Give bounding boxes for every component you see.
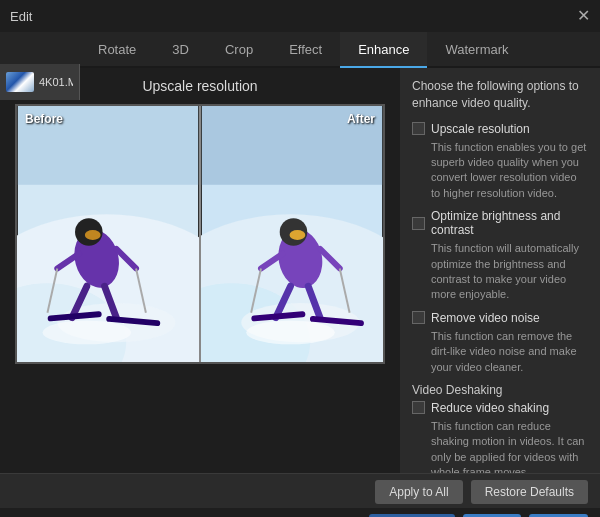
- brightness-checkbox-row[interactable]: Optimize brightness and contrast: [412, 209, 588, 237]
- restore-defaults-button[interactable]: Restore Defaults: [471, 480, 588, 504]
- deshaking-label[interactable]: Reduce video shaking: [431, 401, 549, 415]
- file-tab[interactable]: 4K01.MTS: [0, 64, 80, 100]
- bottom-actions-top: Apply to All Restore Defaults: [0, 473, 600, 508]
- noise-label[interactable]: Remove video noise: [431, 311, 540, 325]
- close-window-button[interactable]: ✕: [577, 8, 590, 24]
- tab-crop[interactable]: Crop: [207, 32, 271, 68]
- tab-enhance[interactable]: Enhance: [340, 32, 427, 68]
- after-label: After: [347, 112, 375, 126]
- before-preview: Before: [17, 106, 199, 362]
- main-content: Upscale resolution Before: [0, 68, 600, 473]
- upscale-checkbox-row[interactable]: Upscale resolution: [412, 122, 588, 136]
- before-label: Before: [25, 112, 63, 126]
- tab-bar: Rotate 3D Crop Effect Enhance Watermark: [0, 32, 600, 68]
- tab-effect[interactable]: Effect: [271, 32, 340, 68]
- option-group-brightness: Optimize brightness and contrast This fu…: [412, 209, 588, 303]
- deshaking-checkbox-row[interactable]: Reduce video shaking: [412, 401, 588, 415]
- upscale-label[interactable]: Upscale resolution: [431, 122, 530, 136]
- option-group-deshaking: Reduce video shaking This function can r…: [412, 401, 588, 473]
- svg-point-33: [246, 321, 335, 345]
- upscale-desc: This function enables you to get superb …: [431, 140, 588, 202]
- file-name: 4K01.MTS: [39, 76, 73, 88]
- window-title: Edit: [10, 9, 32, 24]
- preview-title: Upscale resolution: [142, 78, 257, 94]
- settings-panel: Choose the following options to enhance …: [400, 68, 600, 473]
- preview-panel: Upscale resolution Before: [0, 68, 400, 473]
- deshaking-checkbox[interactable]: [412, 401, 425, 414]
- file-thumbnail: [6, 72, 34, 92]
- brightness-checkbox[interactable]: [412, 217, 425, 230]
- brightness-desc: This function will automatically optimiz…: [431, 241, 588, 303]
- after-image: [201, 106, 383, 362]
- svg-point-24: [290, 230, 306, 240]
- settings-intro: Choose the following options to enhance …: [412, 78, 588, 112]
- noise-desc: This function can remove the dirt-like v…: [431, 329, 588, 375]
- before-image: [17, 106, 199, 362]
- tab-3d[interactable]: 3D: [154, 32, 207, 68]
- svg-point-7: [85, 230, 101, 240]
- title-bar: Edit ✕: [0, 0, 600, 32]
- svg-point-16: [43, 321, 132, 345]
- noise-checkbox[interactable]: [412, 311, 425, 324]
- preview-images: Before: [15, 104, 385, 364]
- option-group-upscale: Upscale resolution This function enables…: [412, 122, 588, 202]
- deshaking-desc: This function can reduce shaking motion …: [431, 419, 588, 473]
- upscale-checkbox[interactable]: [412, 122, 425, 135]
- tab-rotate[interactable]: Rotate: [80, 32, 154, 68]
- apply-to-all-button[interactable]: Apply to All: [375, 480, 462, 504]
- after-preview: After: [201, 106, 383, 362]
- option-group-noise: Remove video noise This function can rem…: [412, 311, 588, 375]
- tab-watermark[interactable]: Watermark: [427, 32, 526, 68]
- brightness-label[interactable]: Optimize brightness and contrast: [431, 209, 588, 237]
- noise-checkbox-row[interactable]: Remove video noise: [412, 311, 588, 325]
- deshaking-section-label: Video Deshaking: [412, 383, 588, 397]
- preview-divider: [199, 106, 201, 362]
- bottom-actions-main: Restore All Apply Close: [0, 508, 600, 517]
